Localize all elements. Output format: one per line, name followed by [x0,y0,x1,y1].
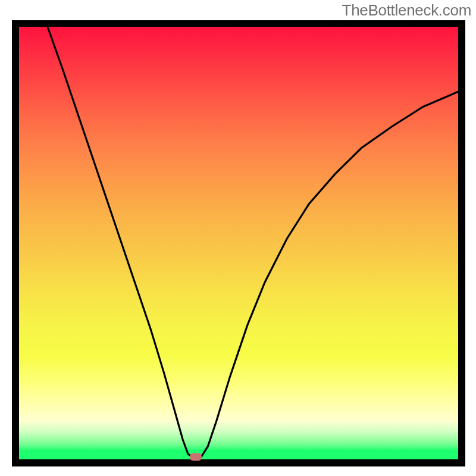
minimum-marker [190,453,202,461]
curve-path [48,27,458,458]
chart-frame [12,20,465,466]
chart-container: TheBottleneck.com [0,0,476,476]
plot-area [19,27,458,459]
chart-curve [19,27,458,459]
watermark-text: TheBottleneck.com [342,1,471,20]
